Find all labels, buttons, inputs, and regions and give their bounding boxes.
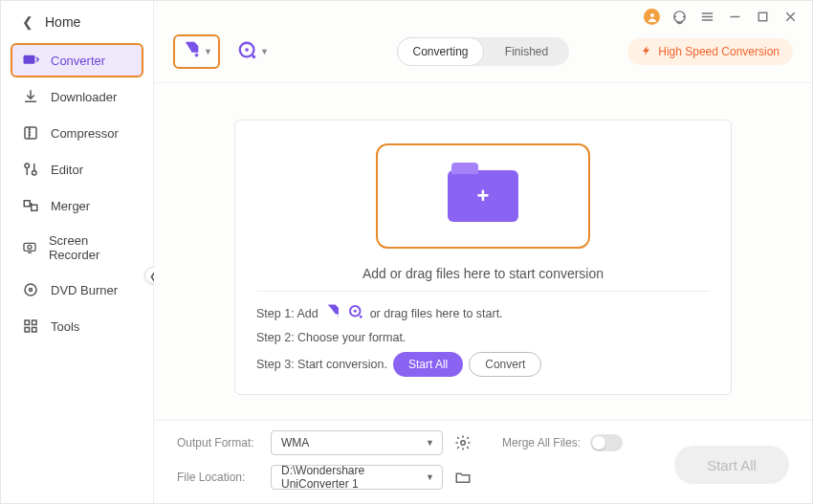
sidebar-item-label: Tools	[51, 319, 79, 334]
sidebar-item-label: DVD Burner	[51, 283, 118, 297]
sidebar-item-tools[interactable]: Tools	[11, 309, 143, 343]
sidebar-item-dvd-burner[interactable]: DVD Burner	[11, 273, 143, 307]
maximize-icon[interactable]	[755, 9, 771, 25]
home-label: Home	[45, 14, 80, 30]
step-1-suffix: or drag files here to start.	[370, 307, 503, 320]
svg-point-23	[461, 441, 466, 446]
editor-icon	[22, 161, 39, 178]
svg-rect-17	[758, 12, 767, 21]
high-speed-conversion-button[interactable]: High Speed Conversion	[627, 38, 793, 65]
sidebar-item-editor[interactable]: Editor	[11, 152, 143, 186]
high-speed-label: High Speed Conversion	[658, 45, 780, 58]
dropzone-illustration: +	[402, 153, 564, 239]
chevron-down-icon: ▼	[204, 47, 212, 56]
startall-label: Start All	[707, 457, 757, 473]
svg-rect-13	[25, 328, 30, 333]
avatar-icon[interactable]	[644, 9, 660, 25]
step-3-text: Step 3: Start conversion.	[256, 358, 387, 371]
menu-icon[interactable]	[699, 9, 715, 25]
merger-icon	[22, 197, 39, 214]
step-2-text: Step 2: Choose your format.	[256, 331, 406, 344]
svg-point-15	[650, 13, 654, 17]
svg-point-22	[353, 310, 356, 313]
status-tabs: Converting Finished	[397, 37, 569, 66]
sidebar-item-label: Compressor	[51, 126, 119, 141]
home-row[interactable]: ❮ Home	[1, 1, 153, 43]
output-format-value: WMA	[281, 436, 309, 449]
sidebar-item-label: Downloader	[51, 90, 117, 104]
step-2: Step 2: Choose your format.	[256, 331, 710, 344]
add-file-icon	[181, 40, 202, 64]
close-icon[interactable]	[782, 9, 799, 25]
svg-point-20	[245, 48, 249, 52]
support-icon[interactable]	[671, 9, 688, 25]
svg-point-10	[30, 289, 33, 292]
add-file-button[interactable]: ▼	[173, 34, 220, 69]
app-window: ❮ Home Converter Downloader Compressor	[0, 0, 813, 504]
svg-point-8	[28, 245, 32, 249]
sidebar-item-converter[interactable]: Converter	[11, 43, 143, 77]
sidebar-item-compressor[interactable]: Compressor	[11, 116, 143, 150]
step-1: Step 1: Add or drag files here to start.	[256, 303, 710, 323]
svg-rect-7	[24, 243, 35, 251]
step-1-prefix: Step 1: Add	[256, 307, 319, 320]
stage-area: + Add or drag files here to start conver…	[154, 83, 812, 420]
output-format-select[interactable]: WMA ▼	[271, 430, 443, 455]
divider	[256, 291, 710, 292]
add-file-icon[interactable]	[324, 303, 341, 323]
downloader-icon	[22, 88, 39, 105]
merge-toggle[interactable]	[590, 434, 623, 451]
steps: Step 1: Add or drag files here to start.…	[256, 303, 710, 377]
svg-rect-12	[33, 320, 37, 325]
back-icon[interactable]: ❮	[22, 14, 33, 30]
sidebar-item-screen-recorder[interactable]: Screen Recorder	[11, 225, 143, 271]
svg-point-4	[33, 171, 37, 176]
tab-converting[interactable]: Converting	[397, 37, 484, 66]
sidebar-nav: Converter Downloader Compressor Editor	[1, 43, 153, 343]
sidebar-item-label: Editor	[51, 163, 83, 177]
chevron-down-icon: ▼	[260, 47, 269, 56]
svg-rect-6	[32, 205, 37, 210]
drop-message: Add or drag files here to start conversi…	[256, 266, 710, 281]
add-disc-icon[interactable]	[347, 303, 364, 323]
main-panel: ▼ ▼ Converting Finished High Speed Conve…	[154, 1, 812, 503]
drop-card: + Add or drag files here to start conver…	[234, 120, 732, 395]
tools-icon	[22, 318, 39, 335]
titlebar	[154, 1, 812, 29]
open-folder-button[interactable]	[452, 467, 473, 488]
sidebar-item-label: Converter	[51, 54, 105, 68]
startall-small-button[interactable]: Start All	[393, 352, 463, 377]
bolt-icon	[641, 44, 652, 60]
add-button-group: ▼ ▼	[173, 34, 276, 69]
file-location-value: D:\Wondershare UniConverter 1	[281, 464, 419, 491]
dropzone[interactable]: +	[376, 143, 590, 249]
minimize-icon[interactable]	[727, 9, 743, 25]
toolbar: ▼ ▼ Converting Finished High Speed Conve…	[154, 29, 812, 82]
sidebar-item-downloader[interactable]: Downloader	[11, 79, 143, 114]
svg-point-3	[25, 164, 30, 168]
chevron-down-icon: ▼	[426, 472, 434, 482]
tab-label: Converting	[412, 45, 468, 58]
convert-small-button[interactable]: Convert	[469, 352, 541, 377]
svg-rect-14	[33, 328, 37, 333]
sidebar-item-label: Screen Recorder	[49, 233, 132, 262]
converter-icon	[22, 52, 39, 69]
sidebar: ❮ Home Converter Downloader Compressor	[1, 1, 154, 503]
startall-button[interactable]: Start All	[674, 446, 789, 484]
svg-marker-1	[28, 58, 31, 61]
bottom-bar: Output Format: WMA ▼ Merge All Files: Fi…	[154, 420, 812, 503]
svg-point-9	[25, 284, 36, 296]
step-3: Step 3: Start conversion. Start All Conv…	[256, 352, 710, 377]
output-format-label: Output Format:	[177, 436, 261, 449]
file-location-label: File Location:	[177, 471, 261, 484]
output-settings-button[interactable]	[452, 432, 473, 453]
sidebar-item-merger[interactable]: Merger	[11, 188, 143, 223]
add-disc-button[interactable]: ▼	[230, 34, 276, 69]
tab-finished[interactable]: Finished	[484, 37, 569, 66]
svg-rect-11	[25, 320, 30, 325]
svg-rect-5	[24, 201, 30, 207]
folder-plus-icon: +	[448, 170, 518, 222]
file-location-select[interactable]: D:\Wondershare UniConverter 1 ▼	[271, 465, 443, 490]
screen-recorder-icon	[22, 239, 37, 256]
tab-label: Finished	[505, 45, 548, 58]
